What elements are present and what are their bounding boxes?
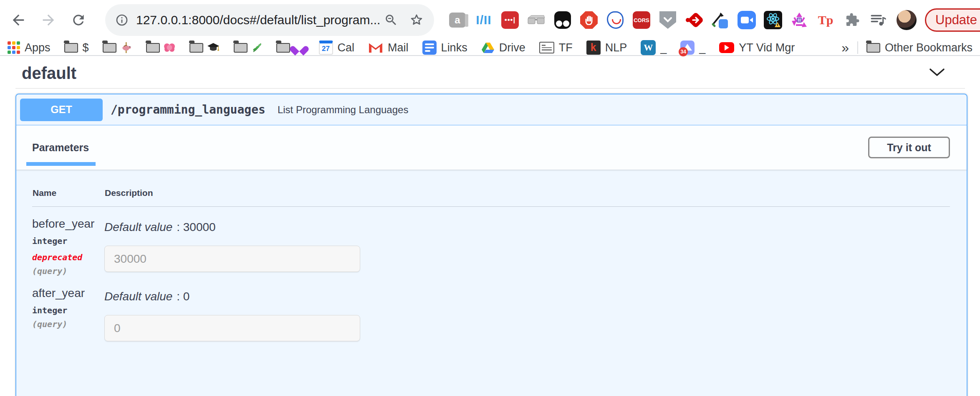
carousel-horse-icon xyxy=(120,41,132,54)
collapse-chevron-icon[interactable] xyxy=(929,68,945,79)
bookmark-folder-graduation[interactable] xyxy=(189,42,220,53)
bookmark-tf[interactable]: TF xyxy=(539,41,573,54)
parameter-type: integer xyxy=(32,305,104,315)
reload-icon[interactable] xyxy=(68,10,88,30)
bookmarks-divider xyxy=(857,41,858,54)
parameter-location: (query) xyxy=(32,266,104,276)
parameter-name: before_year xyxy=(32,217,104,231)
extensions-strip: a I/II •••| CORS xyxy=(448,10,887,30)
parameter-row-before-year: before_year integer deprecated (query) D… xyxy=(32,207,950,276)
shield-v-icon[interactable] xyxy=(659,10,677,30)
tag-section-header[interactable]: default xyxy=(15,56,965,89)
go-arrow-icon[interactable] xyxy=(685,10,703,30)
bookmark-folder-brain[interactable] xyxy=(146,42,176,53)
parameters-section-header: Parameters Try it out xyxy=(16,125,967,170)
herb-icon xyxy=(251,42,263,53)
parameter-deprecated-badge: deprecated xyxy=(32,252,104,262)
keras-icon: k xyxy=(586,41,601,55)
brain-icon xyxy=(163,42,176,53)
opblock-summary[interactable]: GET /programming_languages List Programm… xyxy=(16,94,967,125)
folder-icon xyxy=(276,43,290,53)
3d-glasses-icon[interactable] xyxy=(527,10,546,30)
folder-icon xyxy=(234,43,248,53)
bookmark-folder-purple-heart[interactable] xyxy=(276,42,305,53)
blue-list-icon xyxy=(422,41,437,55)
video-camera-icon[interactable] xyxy=(738,10,756,30)
tag-title: default xyxy=(22,64,76,83)
bookmark-star-icon[interactable] xyxy=(409,13,424,28)
bookmark-wordpress[interactable]: W _ xyxy=(641,40,667,55)
column-description: Description xyxy=(105,188,950,198)
bookmark-34[interactable]: 34 _ xyxy=(680,41,705,55)
media-playlist-icon[interactable] xyxy=(869,10,887,30)
tab-parameters[interactable]: Parameters xyxy=(32,125,89,170)
column-name: Name xyxy=(33,188,105,198)
parameter-description: Default value : 30000 xyxy=(104,217,950,276)
update-button[interactable]: Update xyxy=(925,8,980,32)
default-value-line: Default value : 30000 xyxy=(104,221,950,234)
pipes-extension-icon[interactable]: I/II xyxy=(475,10,493,30)
parameter-type: integer xyxy=(32,236,104,246)
extensions-puzzle-icon[interactable] xyxy=(843,10,861,30)
panda-icon[interactable] xyxy=(553,10,572,30)
opblock-get: GET /programming_languages List Programm… xyxy=(15,94,967,396)
folder-icon xyxy=(189,43,203,53)
wordpress-icon: W xyxy=(641,40,656,55)
parameters-table-header: Name Description xyxy=(32,178,950,207)
parameter-input-before-year[interactable] xyxy=(104,246,360,272)
other-bookmarks[interactable]: Other Bookmarks xyxy=(866,41,972,54)
google-calendar-icon: 27 xyxy=(319,41,333,55)
bookmark-folder-carousel[interactable] xyxy=(103,41,132,54)
parameters-table: Name Description before_year integer dep… xyxy=(16,170,967,341)
folder-icon xyxy=(64,43,78,53)
folder-icon xyxy=(866,43,880,53)
cors-icon[interactable]: CORS xyxy=(632,10,651,30)
calendar-34-icon: 34 xyxy=(680,41,695,55)
update-label: Update xyxy=(935,13,977,28)
purple-heart-icon xyxy=(293,42,305,53)
google-drive-icon xyxy=(481,42,495,53)
tampermonkey-tp-icon[interactable]: Tp xyxy=(816,10,835,30)
lastpass-icon[interactable]: •••| xyxy=(501,10,519,30)
url-text[interactable]: 127.0.0.1:8000/docs#/default/list_progra… xyxy=(136,13,384,27)
back-icon[interactable] xyxy=(8,10,28,30)
profile-avatar[interactable] xyxy=(897,10,917,30)
graduation-cap-icon xyxy=(207,42,220,53)
gmail-icon xyxy=(368,42,383,53)
bookmarks-overflow-chevron[interactable]: » xyxy=(837,40,853,56)
parameter-description: Default value : 0 xyxy=(104,287,950,341)
recycle-icon[interactable] xyxy=(790,10,808,30)
address-bar[interactable]: 127.0.0.1:8000/docs#/default/list_progra… xyxy=(105,4,434,36)
bookmark-nlp[interactable]: k NLP xyxy=(586,41,627,55)
parameter-input-after-year[interactable] xyxy=(104,315,360,341)
parameter-meta: before_year integer deprecated (query) xyxy=(32,217,104,276)
default-value-line: Default value : 0 xyxy=(104,290,950,303)
swagger-page: default GET /programming_languages List … xyxy=(0,56,980,395)
parameter-row-after-year: after_year integer (query) Default value… xyxy=(32,276,950,341)
bookmarks-bar: Apps $ 27 Cal xyxy=(0,40,980,56)
react-devtools-icon[interactable] xyxy=(764,10,782,30)
stop-hand-icon[interactable] xyxy=(580,10,598,30)
bookmark-mail[interactable]: Mail xyxy=(368,41,409,54)
folder-icon xyxy=(103,43,116,53)
chat-annotation-icon[interactable]: a xyxy=(448,10,467,30)
bookmark-drive[interactable]: Drive xyxy=(481,41,525,54)
smile-bubble-icon[interactable] xyxy=(606,10,624,30)
eyedropper-icon[interactable] xyxy=(711,10,730,30)
bookmark-links[interactable]: Links xyxy=(422,41,467,55)
bookmark-calendar[interactable]: 27 Cal xyxy=(319,41,355,55)
flashcard-icon xyxy=(539,42,554,53)
endpoint-summary: List Programming Languages xyxy=(278,104,409,116)
bookmark-youtube[interactable]: YT Vid Mgr xyxy=(719,41,795,54)
bookmark-apps[interactable]: Apps xyxy=(8,41,51,54)
forward-icon[interactable] xyxy=(38,10,58,30)
apps-grid-icon xyxy=(8,41,20,54)
zoom-out-icon[interactable] xyxy=(384,13,398,27)
youtube-icon xyxy=(719,42,734,53)
try-it-out-button[interactable]: Try it out xyxy=(868,137,950,158)
bookmark-folder-herb[interactable] xyxy=(234,42,263,53)
endpoint-path: /programming_languages xyxy=(111,103,265,117)
browser-toolbar: 127.0.0.1:8000/docs#/default/list_progra… xyxy=(0,0,980,40)
site-info-icon[interactable] xyxy=(115,13,129,27)
bookmark-folder-dollar[interactable]: $ xyxy=(64,41,89,54)
